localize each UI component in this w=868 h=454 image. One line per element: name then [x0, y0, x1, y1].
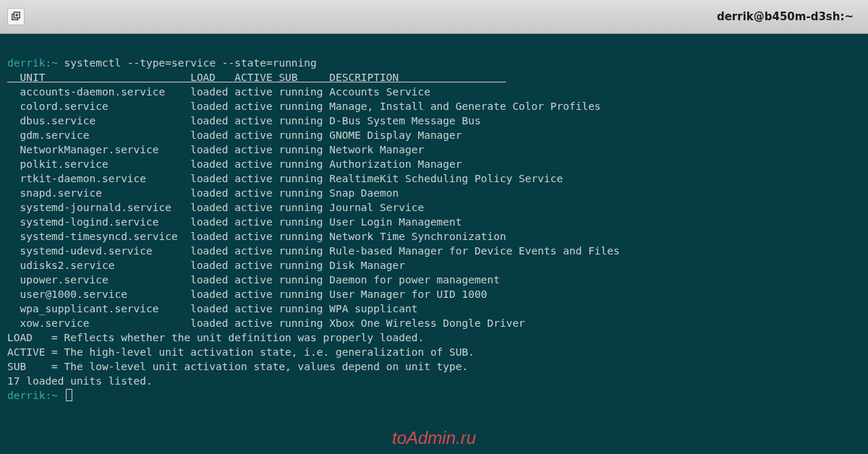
prompt-path: ~ — [51, 57, 58, 69]
legend-active: ACTIVE = The high-level unit activation … — [7, 346, 475, 358]
watermark-text: toAdmin.ru — [392, 426, 476, 450]
legend-count: 17 loaded units listed. — [7, 375, 153, 387]
prompt-user: derrik — [7, 57, 45, 69]
header-row: UNIT LOAD ACTIVE SUB DESCRIPTION — [7, 72, 506, 83]
services-list: accounts-daemon.service loaded active ru… — [7, 86, 620, 329]
command-text: systemctl --type=service --state=running — [64, 57, 317, 69]
window-title: derrik@b450m-d3sh:~ — [717, 10, 854, 23]
prompt-path-2: ~ — [51, 390, 58, 401]
prompt-line-2: derrik:~ — [7, 390, 72, 401]
legend-load: LOAD = Reflects whether the unit definit… — [7, 332, 424, 343]
prompt-user-2: derrik — [7, 390, 45, 401]
prompt-sep-2: : — [45, 390, 51, 401]
cursor — [66, 389, 72, 401]
titlebar: derrik@b450m-d3sh:~ — [0, 0, 868, 34]
legend-sub: SUB = The low-level unit activation stat… — [7, 361, 468, 372]
new-tab-button[interactable] — [7, 8, 25, 25]
prompt-line-1: derrik:~ systemctl --type=service --stat… — [7, 57, 317, 69]
prompt-sep: : — [45, 57, 51, 69]
terminal[interactable]: derrik:~ systemctl --type=service --stat… — [0, 34, 868, 454]
new-tab-icon — [11, 12, 21, 22]
